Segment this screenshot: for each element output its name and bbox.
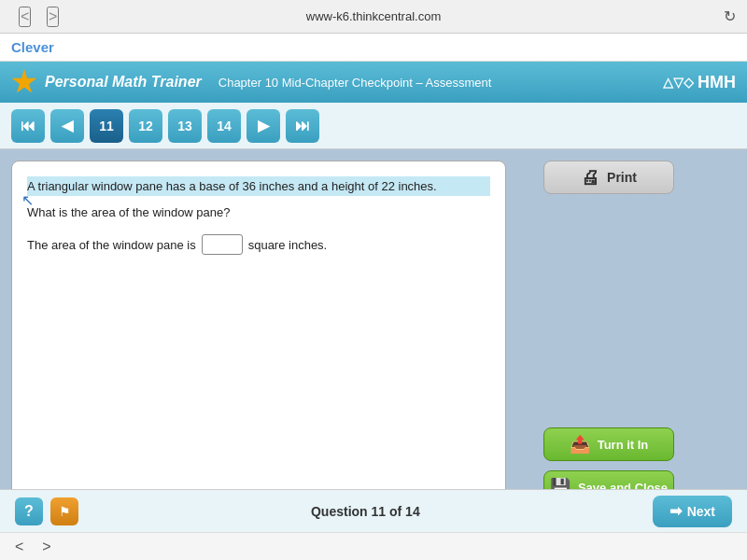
page-11-button[interactable]: 11 (90, 109, 123, 143)
main-area: ↖ A triangular window pane has a base of… (0, 149, 747, 504)
browser-forward-button[interactable]: > (47, 7, 59, 27)
print-label: Print (607, 170, 637, 185)
question-subtext: What is the area of the window pane? (27, 205, 490, 219)
answer-prefix: The area of the window pane is (27, 238, 196, 252)
star-icon (11, 69, 37, 95)
clever-logo: Clever (11, 39, 54, 55)
app-title: Personal Math Trainer (45, 74, 202, 91)
answer-line: The area of the window pane is square in… (27, 234, 490, 255)
navigation-bar: ⏮ ◀ 11 12 13 14 ▶ ⏭ (0, 103, 747, 149)
page-13-button[interactable]: 13 (168, 109, 202, 143)
prev-page-button[interactable]: ◀ (50, 109, 84, 143)
page-12-button[interactable]: 12 (129, 109, 162, 143)
printer-icon: 🖨 (581, 167, 599, 189)
question-panel: ↖ A triangular window pane has a base of… (11, 161, 506, 497)
next-button[interactable]: ➡ Next (653, 496, 732, 527)
print-button[interactable]: 🖨 Print (543, 161, 674, 194)
next-arrow-icon: ➡ (669, 502, 682, 520)
bottom-back-button[interactable]: < (15, 539, 23, 555)
hmh-triangles: △▽◇ (663, 75, 694, 90)
bottom-browser-nav: < > (0, 532, 747, 560)
flag-button[interactable]: ⚑ (50, 497, 78, 525)
header-left: Personal Math Trainer Chapter 10 Mid-Cha… (11, 69, 491, 95)
bottom-forward-button[interactable]: > (42, 539, 50, 555)
chapter-title: Chapter 10 Mid-Chapter Checkpoint – Asse… (218, 76, 492, 90)
help-button[interactable]: ? (15, 497, 43, 525)
cursor-indicator: ↖ (21, 191, 34, 209)
right-panel: 🖨 Print 📤 Turn it In 💾 Save and Close (506, 149, 712, 504)
browser-back-button[interactable]: < (19, 7, 31, 27)
first-page-button[interactable]: ⏮ (11, 109, 45, 143)
last-page-button[interactable]: ⏭ (286, 109, 319, 143)
clever-bar: Clever (0, 34, 747, 62)
next-page-button[interactable]: ▶ (247, 109, 280, 143)
turn-in-label: Turn it In (598, 438, 649, 452)
app-header: Personal Math Trainer Chapter 10 Mid-Cha… (0, 62, 747, 103)
hmh-logo: △▽◇ HMH (663, 73, 736, 92)
turn-in-icon: 📤 (570, 434, 590, 455)
question-count: Question 11 of 14 (311, 504, 420, 519)
answer-input[interactable] (202, 234, 243, 255)
browser-bar: < > www-k6.thinkcentral.com ↻ (0, 0, 747, 34)
turn-in-button[interactable]: 📤 Turn it In (543, 427, 674, 461)
footer-bar: ? ⚑ Question 11 of 14 ➡ Next (0, 489, 747, 532)
browser-url: www-k6.thinkcentral.com (306, 9, 442, 23)
footer-left: ? ⚑ (15, 497, 78, 525)
answer-suffix: square inches. (248, 238, 328, 252)
browser-refresh-button[interactable]: ↻ (724, 7, 736, 25)
hmh-label: HMH (698, 73, 736, 92)
question-highlighted-text: A triangular window pane has a base of 3… (27, 176, 490, 196)
page-14-button[interactable]: 14 (207, 109, 241, 143)
next-label: Next (687, 504, 715, 519)
